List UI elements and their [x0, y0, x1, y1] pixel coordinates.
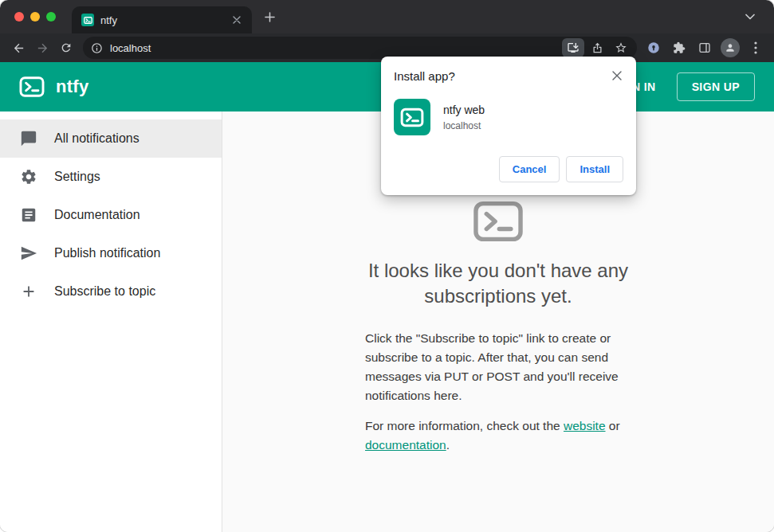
avatar-icon — [721, 38, 740, 57]
chat-bubble-icon — [19, 129, 38, 148]
dialog-app-info: ntfy web localhost — [394, 99, 623, 135]
dialog-actions: Cancel Install — [394, 156, 623, 182]
password-manager-icon[interactable] — [642, 36, 666, 60]
sidebar-item-documentation[interactable]: Documentation — [0, 196, 222, 234]
install-button[interactable]: Install — [566, 156, 623, 182]
browser-tab-strip: ntfy — [0, 0, 774, 33]
install-app-dialog: Install app? ntfy web localhost Cancel I… — [381, 57, 636, 195]
website-link[interactable]: website — [564, 419, 606, 432]
sidebar-item-label: All notifications — [54, 131, 139, 146]
browser-menu-icon[interactable] — [744, 36, 768, 60]
profile-avatar[interactable] — [718, 36, 742, 60]
sidebar: All notifications Settings Documentation… — [0, 111, 222, 532]
more-info-suffix: . — [446, 438, 450, 452]
address-bar[interactable]: localhost — [83, 37, 637, 59]
ntfy-favicon-icon — [81, 14, 94, 26]
toolbar-right-cluster — [642, 36, 768, 60]
sign-up-button[interactable]: SIGN UP — [677, 72, 755, 101]
documentation-link[interactable]: documentation — [365, 438, 446, 452]
app-title: ntfy — [56, 76, 89, 97]
dialog-app-name: ntfy web — [443, 104, 485, 116]
sidebar-item-label: Subscribe to topic — [54, 284, 155, 299]
gear-icon — [19, 167, 38, 186]
app-brand: ntfy — [19, 76, 89, 97]
url-text[interactable]: localhost — [108, 42, 560, 54]
site-info-icon[interactable] — [86, 37, 107, 58]
window-controls — [14, 12, 56, 22]
ntfy-app-icon — [394, 99, 430, 135]
more-info-prefix: For more information, check out the — [365, 419, 564, 432]
more-info-middle: or — [606, 419, 620, 432]
close-window-button[interactable] — [14, 12, 24, 22]
empty-state-more-info: For more information, check out the webs… — [365, 417, 631, 455]
side-panel-icon[interactable] — [693, 36, 717, 60]
minimize-window-button[interactable] — [30, 12, 40, 22]
extensions-icon[interactable] — [667, 36, 691, 60]
tab-close-icon[interactable] — [230, 13, 244, 27]
dialog-title: Install app? — [394, 69, 623, 83]
install-app-icon[interactable] — [562, 38, 584, 57]
sidebar-item-label: Documentation — [54, 208, 140, 222]
dialog-app-text: ntfy web localhost — [443, 104, 485, 131]
refresh-icon[interactable] — [54, 36, 78, 60]
book-icon — [19, 205, 38, 225]
sidebar-item-subscribe-to-topic[interactable]: Subscribe to topic — [0, 272, 222, 311]
dialog-close-icon[interactable] — [607, 66, 627, 85]
ntfy-logo-large-icon — [473, 201, 524, 242]
plus-icon — [19, 282, 38, 301]
sidebar-item-label: Publish notification — [54, 246, 160, 260]
sidebar-item-settings[interactable]: Settings — [0, 158, 222, 196]
send-icon — [19, 244, 38, 263]
new-tab-icon[interactable] — [258, 6, 281, 28]
sidebar-item-publish-notification[interactable]: Publish notification — [0, 234, 222, 272]
sidebar-item-label: Settings — [54, 170, 100, 184]
back-icon[interactable] — [6, 36, 30, 60]
empty-state-heading: It looks like you don't have any subscri… — [347, 258, 650, 308]
tab-title: ntfy — [100, 14, 223, 26]
maximize-window-button[interactable] — [46, 12, 56, 22]
tab-search-chevron-icon[interactable] — [739, 6, 761, 28]
browser-tab[interactable]: ntfy — [72, 6, 252, 33]
empty-state-help-text: Click the "Subscribe to topic" link to c… — [365, 329, 631, 405]
cancel-button[interactable]: Cancel — [499, 156, 560, 182]
forward-icon[interactable] — [30, 36, 54, 60]
browser-window: ntfy localhost — [0, 0, 774, 532]
share-icon[interactable] — [586, 38, 608, 57]
sidebar-item-all-notifications[interactable]: All notifications — [0, 119, 222, 158]
bookmark-star-icon[interactable] — [610, 38, 632, 57]
dialog-app-origin: localhost — [443, 120, 485, 131]
ntfy-logo-icon — [19, 76, 45, 97]
